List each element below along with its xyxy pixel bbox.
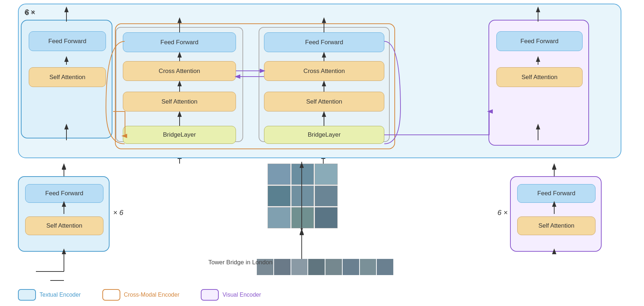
image-cell — [291, 186, 314, 207]
bottom-left-self-attention: Self Attention — [25, 216, 103, 235]
six-x-outer-label: 6 × — [24, 8, 34, 16]
image-label: Tower Bridge in London — [208, 259, 273, 266]
legend-textual-label: Textual Encoder — [40, 292, 81, 298]
visual-encoder-top-box: Feed Forward Self Attention — [488, 20, 589, 146]
visual-encoder-bottom-box: Feed Forward Self Attention — [510, 176, 602, 252]
strip-cell — [343, 259, 359, 275]
legend-visual: Visual Encoder — [201, 289, 261, 301]
image-cell — [268, 164, 291, 185]
image-cell — [315, 164, 338, 185]
image-cell — [291, 207, 314, 228]
textual-encoder-top-box: Feed Forward Self Attention — [21, 20, 112, 138]
cm-left-feed-forward: Feed Forward — [123, 32, 236, 52]
strip-cell — [360, 259, 376, 275]
cm-left-self-attention: Self Attention — [123, 92, 236, 111]
top-right-self-attention: Self Attention — [496, 67, 583, 87]
cm-right-self-attention: Self Attention — [264, 92, 384, 111]
strip-cell — [377, 259, 393, 275]
image-cell — [291, 164, 314, 185]
legend-cross-modal-label: Cross-Modal Encoder — [124, 292, 180, 298]
cm-right-bridge-layer: BridgeLayer — [264, 126, 384, 144]
top-left-self-attention: Self Attention — [29, 67, 106, 87]
legend: Textual Encoder Cross-Modal Encoder Visu… — [18, 289, 261, 301]
legend-box-textual — [18, 289, 36, 301]
legend-cross-modal: Cross-Modal Encoder — [102, 289, 180, 301]
textual-encoder-bottom-box: Feed Forward Self Attention — [18, 176, 110, 252]
cm-left-bridge-layer: BridgeLayer — [123, 126, 236, 144]
image-cell — [315, 186, 338, 207]
strip-cell — [308, 259, 325, 275]
image-grid — [268, 164, 338, 228]
cm-left-cross-attention: Cross Attention — [123, 61, 236, 81]
legend-visual-label: Visual Encoder — [222, 292, 261, 298]
image-cell — [315, 207, 338, 228]
image-strip — [257, 259, 393, 275]
bottom-right-self-attention: Self Attention — [517, 216, 596, 235]
top-left-feed-forward: Feed Forward — [29, 31, 106, 51]
strip-cell — [325, 259, 342, 275]
legend-box-visual — [201, 289, 219, 301]
six-times-right-label: 6 × — [497, 209, 508, 217]
image-cell — [268, 207, 291, 228]
strip-cell — [274, 259, 291, 275]
top-right-feed-forward: Feed Forward — [496, 31, 583, 51]
strip-cell — [291, 259, 308, 275]
bottom-left-feed-forward: Feed Forward — [25, 184, 103, 203]
legend-box-cross-modal — [102, 289, 120, 301]
bottom-right-feed-forward: Feed Forward — [517, 184, 596, 203]
cm-right-feed-forward: Feed Forward — [264, 32, 384, 52]
legend-textual: Textual Encoder — [18, 289, 81, 301]
cm-right-cross-attention: Cross Attention — [264, 61, 384, 81]
times-six-left-label: × 6 — [113, 209, 123, 217]
image-cell — [268, 186, 291, 207]
